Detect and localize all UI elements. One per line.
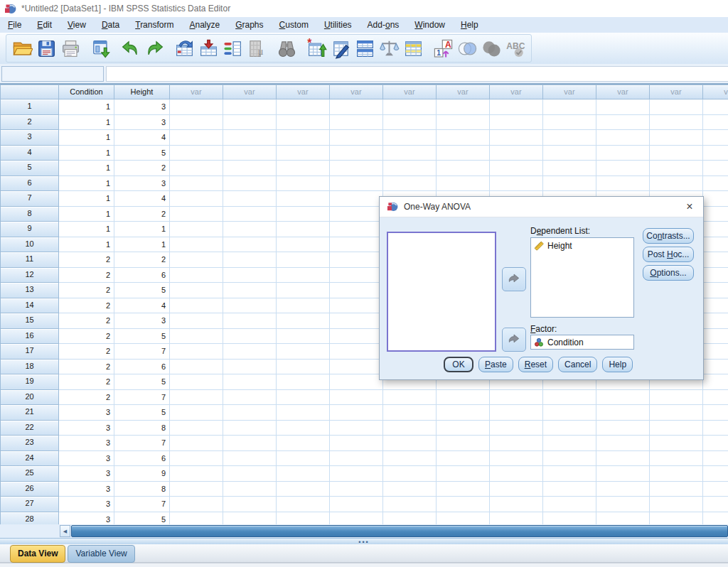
cell-empty[interactable] [170, 466, 223, 482]
cell-empty[interactable] [596, 451, 650, 467]
goto-variable-icon[interactable] [196, 36, 220, 60]
find-icon[interactable] [274, 36, 299, 60]
cell-empty[interactable] [223, 436, 277, 451]
cell-empty[interactable] [650, 161, 703, 176]
column-header-var[interactable]: var [650, 85, 703, 99]
row-header[interactable]: 14 [0, 298, 59, 314]
cell-empty[interactable] [490, 421, 543, 436]
cell-empty[interactable] [703, 176, 728, 192]
cell-empty[interactable] [330, 497, 383, 512]
cell-empty[interactable] [543, 99, 596, 115]
cell-empty[interactable] [596, 466, 650, 482]
cell-height[interactable]: 5 [114, 329, 170, 345]
cell-height[interactable]: 4 [114, 191, 170, 207]
cell-empty[interactable] [543, 130, 596, 146]
menu-edit[interactable]: Edit [29, 18, 60, 32]
cell-empty[interactable] [330, 466, 383, 482]
help-button[interactable]: Help [602, 357, 633, 372]
cell-empty[interactable] [490, 497, 543, 512]
contrasts-button[interactable]: Contrasts... [643, 228, 694, 244]
options-button[interactable]: Options... [643, 265, 694, 281]
cell-empty[interactable] [703, 268, 728, 284]
cell-condition[interactable]: 3 [59, 436, 114, 451]
cell-empty[interactable] [703, 146, 728, 161]
cell-empty[interactable] [223, 360, 277, 375]
cell-empty[interactable] [223, 374, 277, 390]
tab-data-view[interactable]: Data View [10, 545, 65, 563]
ok-button[interactable]: OK [444, 357, 473, 372]
cell-empty[interactable] [330, 268, 383, 284]
cell-empty[interactable] [437, 161, 490, 176]
cell-empty[interactable] [277, 252, 330, 268]
cell-empty[interactable] [437, 451, 490, 467]
cell-empty[interactable] [223, 130, 277, 146]
cell-empty[interactable] [703, 252, 728, 268]
dependent-list[interactable]: Height [530, 237, 634, 318]
row-header[interactable]: 27 [0, 497, 59, 512]
cell-condition[interactable]: 2 [59, 329, 114, 345]
column-header-var[interactable]: var [543, 85, 596, 99]
cell-empty[interactable] [383, 161, 437, 176]
cell-empty[interactable] [277, 313, 330, 329]
cell-empty[interactable] [277, 482, 330, 497]
cell-empty[interactable] [383, 405, 437, 421]
row-header[interactable]: 13 [0, 283, 59, 298]
cell-empty[interactable] [330, 405, 383, 421]
cell-height[interactable]: 7 [114, 497, 170, 512]
cell-height[interactable]: 6 [114, 451, 170, 467]
cell-empty[interactable] [650, 130, 703, 146]
cell-empty[interactable] [330, 176, 383, 192]
cell-empty[interactable] [596, 390, 650, 406]
cell-condition[interactable]: 3 [59, 451, 114, 467]
cell-empty[interactable] [596, 176, 650, 192]
cell-empty[interactable] [223, 390, 277, 406]
cell-height[interactable]: 3 [114, 115, 170, 131]
cell-empty[interactable] [170, 161, 223, 176]
row-header[interactable]: 16 [0, 329, 59, 345]
recall-dialogs-icon[interactable] [88, 36, 112, 60]
cell-empty[interactable] [703, 283, 728, 298]
cell-empty[interactable] [223, 298, 277, 314]
undo-icon[interactable] [118, 36, 142, 60]
cell-empty[interactable] [437, 390, 490, 406]
dialog-titlebar[interactable]: One-Way ANOVA × [380, 197, 703, 217]
column-header-var[interactable]: var [330, 85, 383, 99]
cell-empty[interactable] [277, 390, 330, 406]
cell-condition[interactable]: 1 [59, 146, 114, 161]
cell-empty[interactable] [277, 176, 330, 192]
cell-empty[interactable] [277, 283, 330, 298]
cell-empty[interactable] [703, 374, 728, 390]
cell-empty[interactable] [543, 405, 596, 421]
cell-empty[interactable] [596, 497, 650, 512]
row-header[interactable]: 11 [0, 252, 59, 268]
cell-empty[interactable] [596, 99, 650, 115]
row-header[interactable]: 21 [0, 405, 59, 421]
cell-empty[interactable] [490, 466, 543, 482]
move-to-dependent-button[interactable] [502, 267, 526, 291]
row-header[interactable]: 17 [0, 344, 59, 360]
column-header-var[interactable]: var [277, 85, 330, 99]
cell-empty[interactable] [170, 497, 223, 512]
cell-empty[interactable] [383, 390, 437, 406]
cell-empty[interactable] [277, 421, 330, 436]
cell-empty[interactable] [170, 390, 223, 406]
cell-empty[interactable] [596, 405, 650, 421]
cell-empty[interactable] [330, 130, 383, 146]
cell-condition[interactable]: 3 [59, 497, 114, 512]
cell-empty[interactable] [277, 161, 330, 176]
row-header[interactable]: 15 [0, 313, 59, 329]
cell-empty[interactable] [703, 298, 728, 314]
cell-empty[interactable] [223, 207, 277, 222]
cell-empty[interactable] [543, 421, 596, 436]
cell-empty[interactable] [490, 146, 543, 161]
cell-empty[interactable] [437, 466, 490, 482]
cell-empty[interactable] [277, 329, 330, 345]
cell-condition[interactable]: 2 [59, 344, 114, 360]
cell-empty[interactable] [383, 482, 437, 497]
paste-button[interactable]: Paste [478, 357, 513, 372]
row-header[interactable]: 23 [0, 436, 59, 451]
cell-empty[interactable] [330, 115, 383, 131]
cell-condition[interactable]: 2 [59, 374, 114, 390]
cell-empty[interactable] [383, 146, 437, 161]
cell-condition[interactable]: 1 [59, 161, 114, 176]
